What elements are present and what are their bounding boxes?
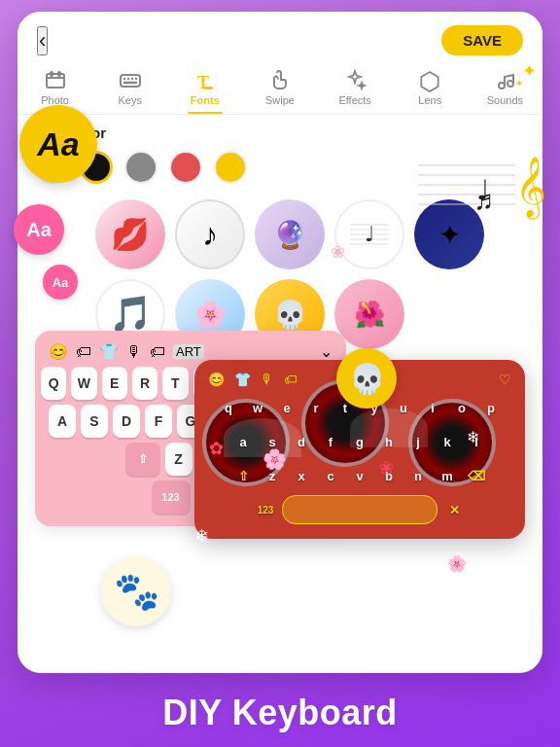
tab-swipe-label: Swipe	[265, 94, 295, 106]
red-key-s[interactable]: s	[260, 427, 285, 456]
kb-key-t[interactable]: T	[162, 367, 188, 400]
red-key-e[interactable]: e	[274, 393, 299, 422]
red-key-n[interactable]: n	[405, 461, 431, 490]
header: ‹ SAVE	[18, 12, 542, 61]
tab-sounds[interactable]: Sounds	[475, 65, 534, 114]
save-button[interactable]: SAVE	[441, 25, 523, 55]
float-aa-small: Aa	[43, 265, 78, 300]
red-key-m[interactable]: m	[435, 461, 460, 490]
tab-effects-label: Effects	[338, 94, 370, 106]
tab-bar: Photo Keys T Fonts	[18, 61, 542, 115]
back-button[interactable]: ‹	[37, 26, 48, 55]
red-emoji-icon[interactable]: 😊	[208, 372, 225, 387]
tab-lens[interactable]: Lens	[401, 65, 459, 114]
theme-potion[interactable]: 🔮	[255, 199, 325, 269]
red-key-del[interactable]: ✕	[441, 495, 467, 524]
color-gray[interactable]	[124, 151, 158, 184]
red-key-p[interactable]: p	[478, 393, 504, 422]
color-red[interactable]	[169, 151, 202, 184]
kb-key-e[interactable]: E	[102, 367, 127, 400]
red-tag-icon[interactable]: 🏷	[284, 372, 298, 387]
red-key-l[interactable]: l	[464, 427, 489, 456]
red-key-g[interactable]: g	[347, 427, 372, 456]
kb-art-icon[interactable]: ART	[173, 344, 204, 359]
kb-key-q[interactable]: Q	[41, 367, 66, 400]
kb-sticker-icon[interactable]: 🏷	[76, 343, 91, 361]
tab-swipe[interactable]: Swipe	[251, 65, 309, 114]
kb-mic-icon[interactable]: 🎙	[126, 343, 142, 361]
kb-key-z[interactable]: Z	[165, 443, 192, 476]
kb-key-shift[interactable]: ⇧	[125, 443, 160, 476]
kb-key-d[interactable]: D	[113, 405, 140, 438]
red-kb-row-2: a s d f g h j k l	[200, 427, 519, 456]
red-key-w[interactable]: w	[245, 393, 270, 422]
red-key-h[interactable]: h	[376, 427, 402, 456]
paw-bubble: 🐾	[101, 556, 171, 626]
text-color-section: Text Color	[18, 115, 542, 192]
kb-key-r[interactable]: R	[132, 367, 158, 400]
red-key-d[interactable]: d	[289, 427, 314, 456]
red-key-j[interactable]: j	[405, 427, 431, 456]
red-key-r[interactable]: r	[303, 393, 329, 422]
color-row	[18, 147, 542, 192]
red-key-bs[interactable]: ⌫	[464, 461, 489, 490]
tab-fonts[interactable]: T Fonts	[176, 65, 234, 114]
color-yellow[interactable]	[214, 151, 247, 184]
red-shirt-icon[interactable]: 👕	[234, 372, 251, 387]
red-key-b[interactable]: b	[376, 461, 402, 490]
svg-rect-3	[121, 75, 140, 87]
red-key-123[interactable]: 123	[253, 495, 278, 524]
red-kb-row-4: 123 ✕	[200, 495, 519, 524]
kb-emoji-icon[interactable]: 😊	[49, 342, 68, 361]
theme-music[interactable]: ♪	[175, 199, 245, 269]
red-key-v[interactable]: v	[347, 461, 372, 490]
kb-key-s[interactable]: S	[81, 405, 108, 438]
theme-lips[interactable]: 💋	[95, 199, 165, 269]
kb-shirt-icon[interactable]: 👕	[99, 342, 119, 361]
tab-effects[interactable]: Effects	[326, 65, 384, 114]
red-mic-icon[interactable]: 🎙	[261, 372, 274, 387]
red-key-a[interactable]: a	[230, 427, 256, 456]
app-card: ‹ SAVE Photo Keys	[18, 12, 542, 673]
kb-tag-icon[interactable]: 🏷	[150, 343, 165, 361]
tab-keys[interactable]: Keys	[101, 65, 159, 114]
theme-extra[interactable]: 🌺	[334, 279, 404, 349]
red-key-k[interactable]: k	[435, 427, 460, 456]
tab-fonts-label: Fonts	[191, 94, 220, 106]
red-key-i[interactable]: i	[420, 393, 445, 422]
svg-rect-10	[203, 87, 213, 89]
red-key-space[interactable]	[282, 495, 438, 524]
red-heart-icon[interactable]: ♡	[499, 372, 511, 387]
theme-sparkle[interactable]: ✦	[414, 199, 484, 269]
bottom-text: DIY Keyboard	[0, 693, 560, 733]
kb-expand-icon[interactable]: ⌄	[320, 342, 332, 361]
theme-waves[interactable]: ♩	[334, 199, 404, 269]
red-kb-row-3: ⇧ z x c v b n m ⌫	[200, 461, 519, 490]
float-aa-yellow: Aa	[19, 105, 97, 183]
red-key-c[interactable]: c	[318, 461, 343, 490]
float-aa-pink: Aa	[14, 204, 64, 255]
svg-rect-1	[51, 72, 52, 76]
red-key-o[interactable]: o	[449, 393, 474, 422]
red-key-shift[interactable]: ⇧	[230, 461, 256, 490]
svg-text:♩: ♩	[365, 222, 374, 246]
mascot-bubble: 💀	[336, 348, 397, 409]
kb-key-123[interactable]: 123	[152, 480, 191, 514]
red-key-q[interactable]: q	[216, 393, 241, 422]
kb-key-w[interactable]: W	[71, 367, 96, 400]
red-key-f[interactable]: f	[318, 427, 343, 456]
svg-rect-2	[58, 72, 60, 76]
tab-keys-label: Keys	[118, 94, 141, 106]
kb-key-f[interactable]: F	[145, 405, 172, 438]
red-key-u[interactable]: u	[391, 393, 416, 422]
red-key-x[interactable]: x	[289, 461, 314, 490]
red-key-z[interactable]: z	[260, 461, 285, 490]
kb-key-a[interactable]: A	[49, 405, 76, 438]
svg-rect-0	[47, 74, 64, 88]
tab-sounds-label: Sounds	[487, 94, 523, 106]
tab-lens-label: Lens	[418, 94, 441, 106]
